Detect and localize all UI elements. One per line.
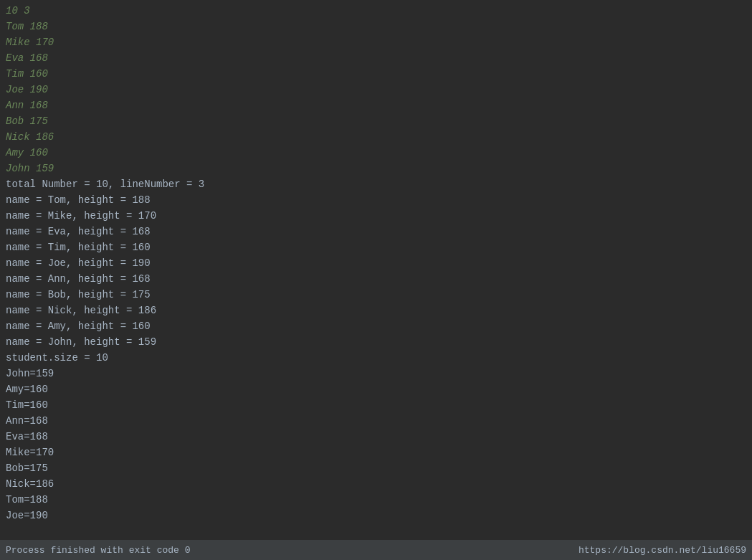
blog-link: https://blog.csdn.net/liu16659 <box>579 545 746 556</box>
output-line-green-7: Ann 168 <box>6 98 746 113</box>
output-line-green-10: Amy 160 <box>6 145 746 161</box>
output-line-white-13: John=159 <box>6 366 746 381</box>
output-line-white-2: name = Tom, height = 188 <box>6 192 746 208</box>
output-line-white-15: Tim=160 <box>6 397 746 413</box>
output-line-white-21: Tom=188 <box>6 492 746 508</box>
output-line-green-4: Eva 168 <box>6 50 746 66</box>
output-line-white-10: name = Amy, height = 160 <box>6 318 746 334</box>
output-line-white-20: Nick=186 <box>6 476 746 492</box>
output-line-white-12: student.size = 10 <box>6 350 746 366</box>
output-line-green-3: Mike 170 <box>6 34 746 50</box>
output-line-white-11: name = John, height = 159 <box>6 334 746 350</box>
exit-code-message: Process finished with exit code 0 <box>6 545 190 556</box>
output-line-white-17: Eva=168 <box>6 429 746 445</box>
footer-bar: Process finished with exit code 0 https:… <box>0 540 752 560</box>
output-line-green-8: Bob 175 <box>6 113 746 129</box>
output-line-white-5: name = Tim, height = 160 <box>6 239 746 255</box>
output-line-green-9: Nick 186 <box>6 129 746 145</box>
output-line-white-22: Joe=190 <box>6 508 746 523</box>
output-line-white-7: name = Ann, height = 168 <box>6 271 746 287</box>
output-line-white-18: Mike=170 <box>6 445 746 460</box>
output-line-white-6: name = Joe, height = 190 <box>6 255 746 271</box>
terminal-output: 10 3 Tom 188 Mike 170 Eva 168 Tim 160 Jo… <box>0 0 752 560</box>
output-line-white-9: name = Nick, height = 186 <box>6 303 746 318</box>
output-line-green-1: 10 3 <box>6 3 746 19</box>
output-line-green-6: Joe 190 <box>6 82 746 98</box>
output-line-white-19: Bob=175 <box>6 460 746 476</box>
output-line-green-2: Tom 188 <box>6 19 746 34</box>
output-line-white-4: name = Eva, height = 168 <box>6 224 746 239</box>
output-line-green-11: John 159 <box>6 161 746 176</box>
output-line-white-1: total Number = 10, lineNumber = 3 <box>6 176 746 192</box>
output-line-white-8: name = Bob, height = 175 <box>6 287 746 303</box>
output-line-white-16: Ann=168 <box>6 413 746 429</box>
output-line-green-5: Tim 160 <box>6 66 746 82</box>
output-line-white-3: name = Mike, height = 170 <box>6 208 746 224</box>
output-line-white-14: Amy=160 <box>6 381 746 397</box>
